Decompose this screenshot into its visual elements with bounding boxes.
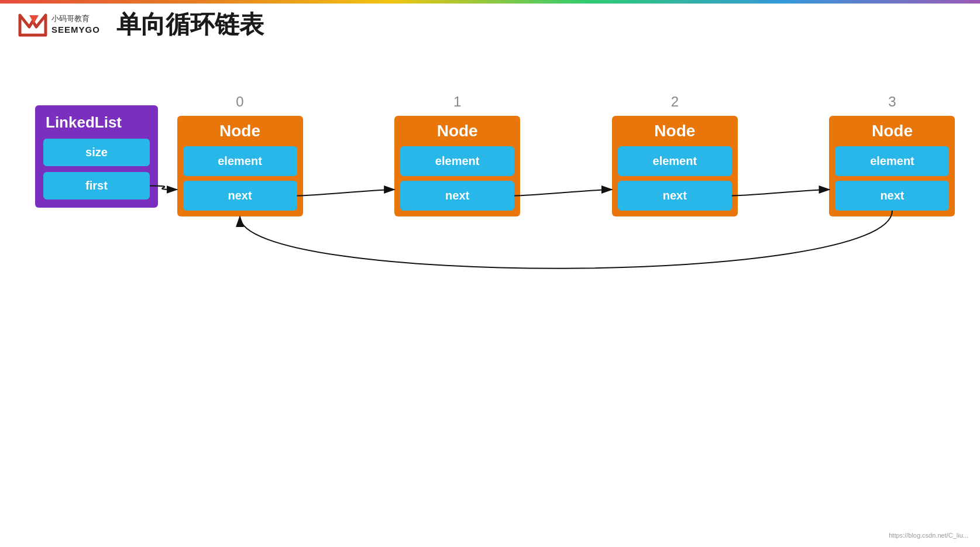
watermark: https://blog.csdn.net/C_liu... [889, 532, 968, 539]
node-box-1: Node element next [394, 116, 520, 216]
node-element-1: element [400, 146, 514, 176]
linkedlist-title: LinkedList [43, 113, 150, 132]
logo-text: 小码哥教育 SEEMYGO [51, 14, 100, 35]
node-next-0: next [183, 181, 297, 211]
nodes-area: 0 Node element next 1 Node element next … [176, 94, 957, 216]
header: 小码哥教育 SEEMYGO 单向循环链表 [18, 8, 264, 41]
node-element-0: element [183, 146, 297, 176]
logo-icon [18, 9, 48, 40]
diagram: LinkedList size first 0 Node element nex… [35, 94, 957, 524]
node-box-2: Node element next [612, 116, 738, 216]
node-box-3: Node element next [829, 116, 955, 216]
node-column-3: 3 Node element next [828, 94, 957, 216]
logo-line2: SEEMYGO [51, 24, 100, 36]
node-title-1: Node [400, 122, 514, 140]
ll-field-first: first [43, 172, 150, 199]
node-index-1: 1 [453, 94, 461, 110]
node-index-0: 0 [236, 94, 243, 110]
logo-line1: 小码哥教育 [51, 14, 100, 24]
node-element-3: element [835, 146, 949, 176]
node-next-2: next [618, 181, 732, 211]
node-box-0: Node element next [177, 116, 303, 216]
node-element-2: element [618, 146, 732, 176]
node-column-2: 2 Node element next [610, 94, 739, 216]
node-title-3: Node [835, 122, 949, 140]
node-next-3: next [835, 181, 949, 211]
node-index-2: 2 [671, 94, 679, 110]
page-title: 单向循环链表 [116, 8, 264, 41]
node-title-2: Node [618, 122, 732, 140]
node-index-3: 3 [888, 94, 896, 110]
node-column-0: 0 Node element next [176, 94, 304, 216]
node-column-1: 1 Node element next [393, 94, 522, 216]
logo: 小码哥教育 SEEMYGO [18, 9, 100, 40]
node-next-1: next [400, 181, 514, 211]
ll-field-size: size [43, 139, 150, 166]
rainbow-bar [0, 0, 980, 4]
node-title-0: Node [183, 122, 297, 140]
linkedlist-box: LinkedList size first [35, 105, 158, 208]
